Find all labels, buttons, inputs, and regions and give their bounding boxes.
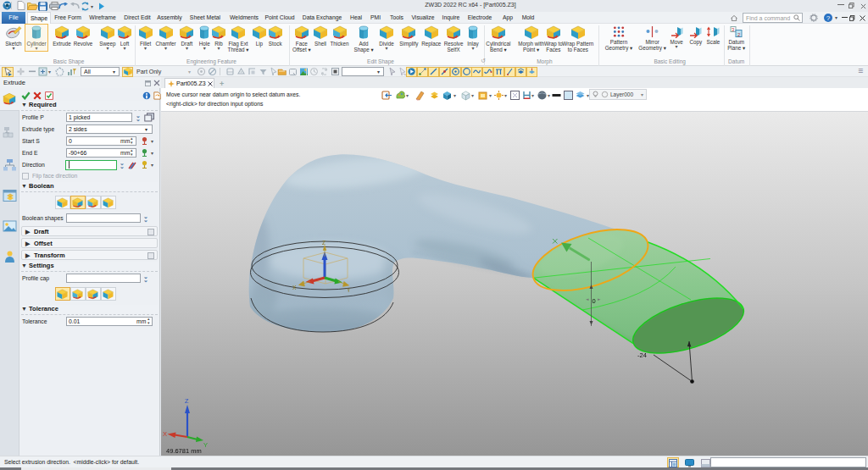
svg-text:Y: Y [203, 441, 208, 449]
svg-text:Y: Y [347, 287, 351, 293]
svg-text:49.6781 mm: 49.6781 mm [166, 447, 202, 455]
svg-text:Z: Z [185, 397, 189, 405]
svg-text:X: X [292, 285, 297, 290]
svg-text:?: ? [826, 14, 831, 22]
svg-text:X: X [163, 430, 167, 438]
svg-text:Z: Z [322, 240, 326, 246]
svg-text:-24: -24 [637, 351, 647, 359]
svg-text:0: 0 [593, 297, 596, 305]
